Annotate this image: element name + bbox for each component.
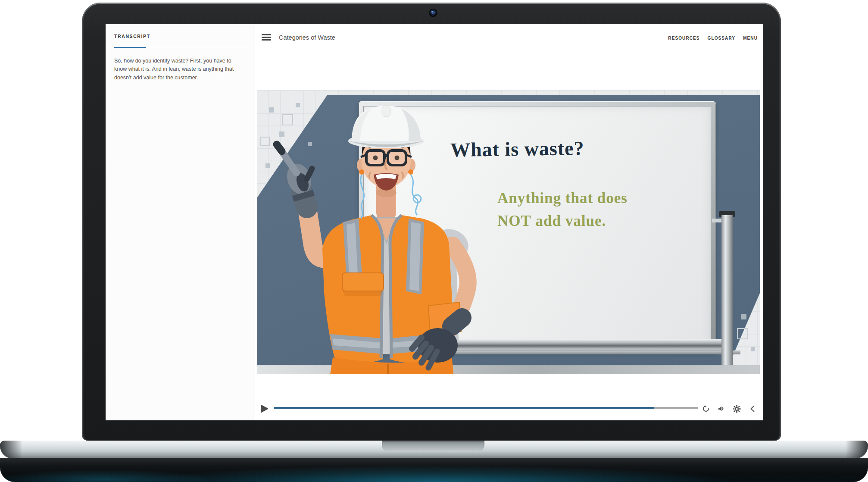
transcript-tab[interactable]: TRANSCRIPT (114, 34, 150, 39)
replay-button[interactable] (700, 403, 712, 414)
course-player-window: TRANSCRIPT So, how do you identify waste… (106, 24, 763, 420)
transcript-panel: TRANSCRIPT So, how do you identify waste… (106, 24, 253, 420)
chevron-left-icon (749, 405, 756, 413)
transcript-text: So, how do you identify waste? First, yo… (114, 57, 240, 82)
replay-icon (702, 405, 710, 413)
nav-glossary[interactable]: GLOSSARY (708, 36, 736, 41)
volume-icon (717, 405, 725, 413)
webcam-icon (429, 9, 437, 17)
lesson-title: Categories of Waste (279, 34, 335, 41)
seek-bar-fill (274, 407, 654, 409)
active-tab-underline (114, 47, 146, 48)
collapse-panel-button[interactable] (747, 403, 758, 414)
top-nav: RESOURCES GLOSSARY MENU (668, 36, 758, 41)
seek-bar[interactable] (274, 407, 698, 409)
settings-button[interactable] (731, 403, 742, 414)
play-button[interactable] (261, 405, 268, 413)
volume-button[interactable] (715, 403, 727, 414)
top-bar: Categories of Waste RESOURCES GLOSSARY M… (254, 24, 763, 51)
slide-canvas: What is waste? Anything that does NOT ad… (257, 90, 760, 374)
gear-icon (733, 405, 741, 413)
nav-resources[interactable]: RESOURCES (668, 36, 699, 41)
laptop-reflection (0, 458, 868, 482)
presenter-illustration (257, 90, 760, 374)
laptop-mockup: TRANSCRIPT So, how do you identify waste… (0, 0, 868, 482)
laptop-lid-notch (382, 441, 484, 452)
nav-menu[interactable]: MENU (743, 36, 758, 41)
sidebar-toggle-icon[interactable] (262, 34, 271, 41)
